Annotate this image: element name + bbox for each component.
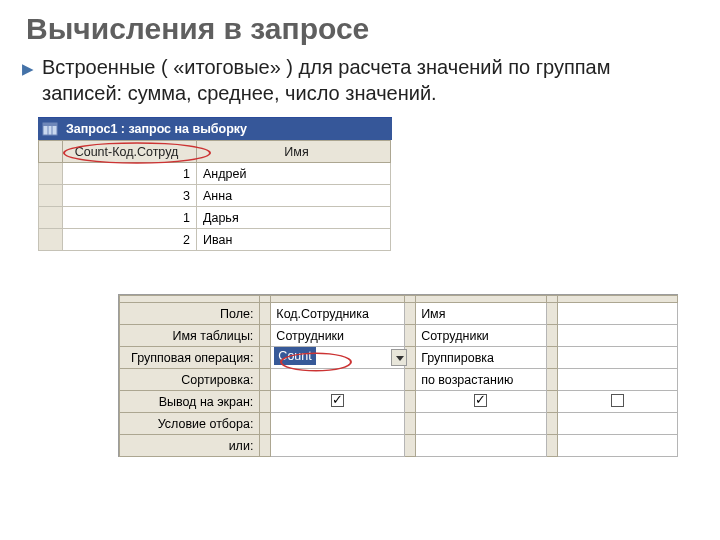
- checkbox-show-col3[interactable]: [611, 394, 624, 407]
- table-row[interactable]: 1 Дарья: [39, 207, 391, 229]
- label-sort: Сортировка:: [120, 369, 260, 391]
- design-row-groupop[interactable]: Групповая операция: Count Группировка: [120, 347, 678, 369]
- label-or: или:: [120, 435, 260, 457]
- cell-field-col1[interactable]: Код.Сотрудника: [271, 303, 405, 325]
- design-row-table[interactable]: Имя таблицы: Сотрудники Сотрудники: [120, 325, 678, 347]
- cell-show-col3[interactable]: [557, 391, 677, 413]
- row-selector[interactable]: [39, 163, 63, 185]
- label-field: Поле:: [120, 303, 260, 325]
- cell-sort-col2[interactable]: по возрастанию: [416, 369, 547, 391]
- label-groupop: Групповая операция:: [120, 347, 260, 369]
- cell-table-col1[interactable]: Сотрудники: [271, 325, 405, 347]
- cell-show-col2[interactable]: [416, 391, 547, 413]
- label-show: Вывод на экран:: [120, 391, 260, 413]
- cell-sort-col3[interactable]: [557, 369, 677, 391]
- row-selector[interactable]: [39, 185, 63, 207]
- bullet-marker-icon: ▶: [22, 54, 42, 106]
- cell-field-col2[interactable]: Имя: [416, 303, 547, 325]
- datasheet-title-text: Запрос1 : запрос на выборку: [66, 122, 247, 136]
- design-row-criteria[interactable]: Условие отбора:: [120, 413, 678, 435]
- dropdown-arrow-icon[interactable]: [391, 349, 407, 366]
- cell-name[interactable]: Дарья: [197, 207, 391, 229]
- design-row-or[interactable]: или:: [120, 435, 678, 457]
- datasheet-header-row: Count-Код.Сотруд Имя: [39, 141, 391, 163]
- cell-or-col2[interactable]: [416, 435, 547, 457]
- cell-name[interactable]: Андрей: [197, 163, 391, 185]
- cell-criteria-col3[interactable]: [557, 413, 677, 435]
- query-design-grid[interactable]: Поле: Код.Сотрудника Имя Имя таблицы: Со…: [118, 294, 678, 457]
- design-row-sort[interactable]: Сортировка: по возрастанию: [120, 369, 678, 391]
- datasheet-icon: [42, 121, 60, 137]
- svg-rect-1: [43, 123, 57, 126]
- cell-count[interactable]: 1: [63, 163, 197, 185]
- cell-field-col3[interactable]: [557, 303, 677, 325]
- cell-show-col1[interactable]: [271, 391, 405, 413]
- cell-count[interactable]: 2: [63, 229, 197, 251]
- cell-criteria-col2[interactable]: [416, 413, 547, 435]
- col-header-count[interactable]: Count-Код.Сотруд: [63, 141, 197, 163]
- label-table: Имя таблицы:: [120, 325, 260, 347]
- cell-groupop-col3[interactable]: [557, 347, 677, 369]
- cell-groupop-col2[interactable]: Группировка: [416, 347, 547, 369]
- cell-groupop-col1[interactable]: Count: [271, 347, 405, 369]
- table-row[interactable]: 1 Андрей: [39, 163, 391, 185]
- cell-count[interactable]: 3: [63, 185, 197, 207]
- datasheet-titlebar[interactable]: Запрос1 : запрос на выборку: [38, 118, 392, 140]
- cell-table-col3[interactable]: [557, 325, 677, 347]
- cell-criteria-col1[interactable]: [271, 413, 405, 435]
- cell-table-col2[interactable]: Сотрудники: [416, 325, 547, 347]
- table-row[interactable]: 2 Иван: [39, 229, 391, 251]
- selected-groupop-value[interactable]: Count: [274, 347, 315, 365]
- cell-count[interactable]: 1: [63, 207, 197, 229]
- design-header-strip: [120, 296, 678, 303]
- col-header-name[interactable]: Имя: [197, 141, 391, 163]
- design-row-show[interactable]: Вывод на экран:: [120, 391, 678, 413]
- row-selector[interactable]: [39, 207, 63, 229]
- cell-or-col3[interactable]: [557, 435, 677, 457]
- table-row[interactable]: 3 Анна: [39, 185, 391, 207]
- cell-or-col1[interactable]: [271, 435, 405, 457]
- checkbox-show-col1[interactable]: [331, 394, 344, 407]
- row-selector-header[interactable]: [39, 141, 63, 163]
- datasheet-grid[interactable]: Count-Код.Сотруд Имя 1 Андрей 3 Анна 1 Д…: [38, 140, 391, 251]
- cell-name[interactable]: Иван: [197, 229, 391, 251]
- label-criteria: Условие отбора:: [120, 413, 260, 435]
- bullet-text: Встроенные ( «итоговые» ) для расчета зн…: [42, 54, 690, 106]
- checkbox-show-col2[interactable]: [474, 394, 487, 407]
- cell-sort-col1[interactable]: [271, 369, 405, 391]
- design-row-field[interactable]: Поле: Код.Сотрудника Имя: [120, 303, 678, 325]
- page-title: Вычисления в запросе: [0, 0, 720, 52]
- bullet-item: ▶ Встроенные ( «итоговые» ) для расчета …: [0, 52, 720, 116]
- cell-name[interactable]: Анна: [197, 185, 391, 207]
- datasheet-window: Запрос1 : запрос на выборку Count-Код.Со…: [38, 117, 392, 251]
- row-selector[interactable]: [39, 229, 63, 251]
